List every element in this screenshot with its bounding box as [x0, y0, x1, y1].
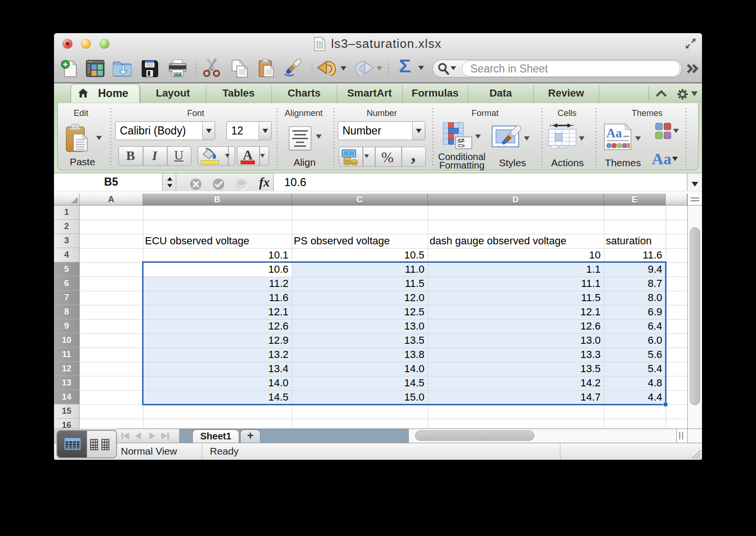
svg-text:Aa: Aa — [606, 126, 622, 140]
svg-text:=>: => — [458, 142, 465, 149]
